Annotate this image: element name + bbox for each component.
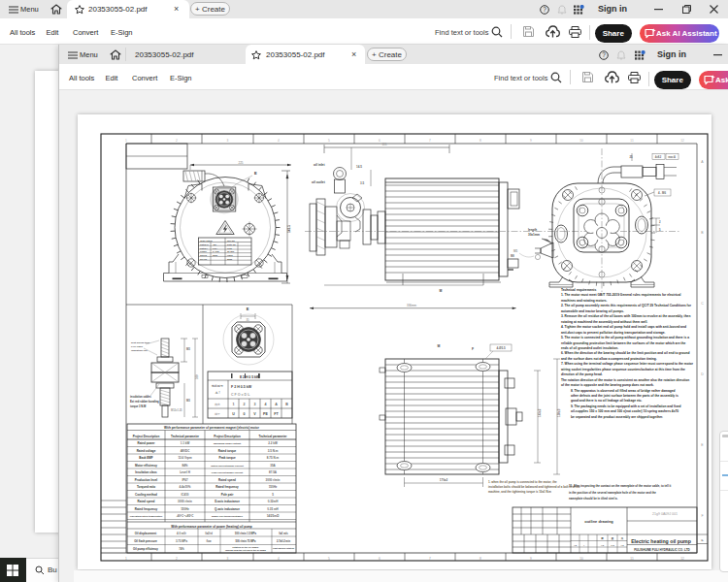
svg-text:500 r/min 1.5 MPa: 500 r/min 1.5 MPa [235,532,256,535]
svg-text:Insulation class: Insulation class [135,470,157,474]
svg-text:5. The motor is connected to t: 5. The motor is connected to the oil pum… [561,336,689,340]
svg-text:D-axis inductance: D-axis inductance [215,500,240,503]
svg-text:right-handed rotation: right-handed rotation [273,547,295,549]
svg-text:Power: Power [200,250,207,252]
svg-text:direction of the pump head.: direction of the pump head. [561,372,603,376]
svg-text:r/min: r/min [227,254,233,256]
svg-text:F 2 H 0.5 kW: F 2 H 0.5 kW [231,385,252,389]
svg-text:Oil pump efficiency: Oil pump efficiency [133,547,158,551]
svg-text:3. Remove the oil residue of t: 3. Remove the oil residue of the oil box… [561,314,690,318]
svg-text:Rated speed: Rated speed [218,478,236,482]
svg-text:0±2/rd: 0±2/rd [205,532,213,535]
svg-text:A3: A3 [620,544,624,547]
svg-text:⚠ !: ⚠ ! [215,391,219,395]
svg-text:336mm: 336mm [407,304,417,307]
svg-text:225: 225 [238,161,243,165]
svg-text:PVC cable: PVC cable [131,345,144,348]
svg-text:?: ? [602,51,606,58]
svg-text:machines and rotating motors.: machines and rotating motors. [561,299,608,303]
svg-text:Technical requirements: Technical requirements [561,288,596,292]
svg-text:M8: M8 [511,254,514,258]
svg-text:wiring socket irregularities p: wiring socket irregularities phase seque… [560,368,685,372]
svg-text:V: V [253,412,256,416]
svg-text:M3: M3 [186,399,190,403]
svg-text:rotating at machined the assem: rotating at machined the assembly and wi… [561,320,647,324]
svg-text:Rated U: Rated U [200,243,209,245]
svg-text:9: 9 [530,557,532,561]
svg-text:With performance parameter of: With performance parameter of permanent … [164,426,260,430]
svg-text:E 2 H 0 5 kW: E 2 H 0 5 kW [240,375,260,379]
svg-text:A: A [701,160,704,164]
svg-text:Peak torque: Peak torque [218,456,236,460]
svg-text:phase coil turns/resistance: phase coil turns/resistance [212,515,244,518]
svg-text:1. The motor must meet GB/T 75: 1. The motor must meet GB/T 755-2019 Gen… [561,293,680,297]
svg-text:Rated current/phase current: Rated current/phase current [211,465,244,468]
svg-text:Level H: Level H [180,470,190,474]
svg-text:74%: 74% [179,547,184,551]
svg-text:M: M [440,289,443,293]
svg-text:3.5 N.m: 3.5 N.m [268,449,279,453]
svg-text:Peak current/phase current: Peak current/phase current [212,471,244,474]
svg-text:Oil flash pressure: Oil flash pressure [134,539,157,543]
svg-text:Project Description: Project Description [214,435,241,438]
svg-text:IC410: IC410 [181,493,188,497]
svg-text:2: 2 [176,139,178,143]
svg-text:8: 8 [480,139,481,143]
svg-text:D: D [701,372,704,376]
svg-text:3000 r/min: 3000 r/min [178,500,192,503]
svg-text:8.75 N.m: 8.75 N.m [267,456,280,460]
svg-text:Production level: Production level [135,478,158,482]
svg-text:2: 2 [176,557,178,561]
svg-text:A2: A2 [574,544,578,547]
svg-text:anti-dust caps to prevent poll: anti-dust caps to prevent pollution duri… [561,331,666,335]
svg-text:Oil displacement: Oil displacement [135,532,156,535]
svg-text:3000 r/min: 3000 r/min [266,478,281,482]
svg-text:3.5: 3.5 [360,181,365,185]
svg-text:Project Description: Project Description [133,435,160,438]
svg-text:10: 10 [579,557,583,561]
svg-text:5: 5 [272,493,274,497]
svg-text:F: F [701,514,703,518]
svg-text:C: C [701,302,704,306]
svg-text:M3: M3 [186,347,190,351]
svg-text:电机型号: 电机型号 [212,384,223,388]
svg-text:and the surface does not allow: and the surface does not allow a compres… [561,357,657,361]
svg-text:IP65: IP65 [227,247,232,249]
svg-text:3: 3 [254,403,256,406]
svg-text:E: E [701,443,704,447]
svg-text:IP67: IP67 [182,478,188,482]
svg-text:150Hz: 150Hz [181,507,189,511]
svg-text:25: 25 [629,155,633,159]
svg-text:4.0 ml/r: 4.0 ml/r [177,532,187,535]
svg-text:2.7±0.2 min: 2.7±0.2 min [277,539,290,543]
svg-text:150Hz: 150Hz [269,485,278,489]
svg-text:Motor efficiency: Motor efficiency [135,464,157,468]
svg-text:170±2: 170±2 [440,478,448,482]
svg-text:6: 6 [379,139,381,143]
svg-text:5: 5 [328,139,330,143]
svg-text:torque 3 N.M: torque 3 N.M [130,404,147,408]
svg-text:11: 11 [630,139,634,143]
svg-text:Ext red rubber bonding: Ext red rubber bonding [130,400,159,404]
svg-text:C F O x D L: C F O x D L [231,393,250,397]
svg-text:6. When the direction of the b: 6. When the direction of the bearing sho… [561,351,690,355]
svg-text:Technical parameter: Technical parameter [259,435,288,438]
svg-text:A: A [275,403,278,406]
svg-text:Rated frequency: Rated frequency [135,507,158,511]
svg-text:0.4kW: 0.4kW [213,250,219,252]
svg-text:oil outlet: oil outlet [312,180,326,184]
svg-text:Ser no: Ser no [200,258,208,260]
svg-text:3: 3 [227,557,229,561]
svg-text:1: 1 [125,557,127,561]
svg-text:3000: 3000 [213,254,218,256]
svg-text:115: 115 [382,143,387,146]
svg-text:150±3: 150±3 [557,408,561,417]
svg-text:M5: M5 [513,249,517,253]
svg-text:9.5A: 9.5A [213,247,217,249]
svg-text:max A: max A [668,155,676,159]
svg-text:machine, and the tightening to: machine, and the tightening torque is 10… [488,490,551,494]
svg-text:端子: 端子 [214,412,220,416]
svg-text:Rated frequency: Rated frequency [215,485,239,489]
svg-text:insulation line: insulation line [131,349,148,352]
svg-text:Electric heating oil pump: Electric heating oil pump [631,538,691,544]
